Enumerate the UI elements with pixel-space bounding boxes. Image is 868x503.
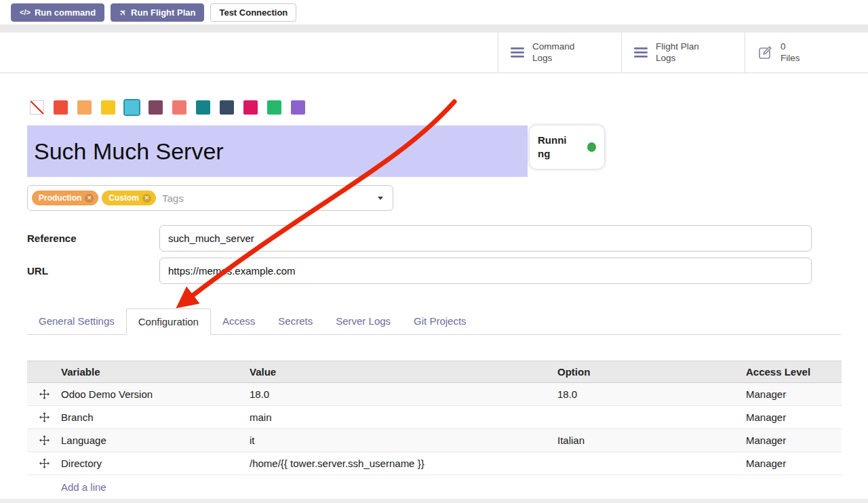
cell-value[interactable]: it bbox=[250, 435, 557, 446]
files-button[interactable]: 0 Files bbox=[745, 33, 868, 73]
run-flight-plan-button-label: Run Flight Plan bbox=[131, 7, 195, 18]
tag-pills: Production✕Custom✕ bbox=[32, 190, 159, 205]
drag-handle-icon[interactable] bbox=[39, 389, 50, 399]
reference-field-row: Reference bbox=[27, 225, 868, 252]
cell-access-level[interactable]: Manager bbox=[746, 388, 842, 400]
column-header-value[interactable]: Value bbox=[250, 366, 557, 378]
test-connection-button[interactable]: Test Connection bbox=[210, 3, 296, 22]
config-table: VariableValueOptionAccess Level Odoo Dem… bbox=[27, 361, 842, 498]
reference-label: Reference bbox=[27, 233, 159, 244]
tab-configuration[interactable]: Configuration bbox=[126, 308, 211, 335]
status-badge[interactable]: Running bbox=[530, 125, 604, 169]
bottom-strip bbox=[0, 499, 868, 503]
color-swatch-cyan[interactable] bbox=[125, 100, 139, 115]
edit-icon bbox=[757, 45, 772, 60]
tag-label: Custom bbox=[108, 193, 139, 203]
divider-strip bbox=[0, 24, 868, 33]
cell-variable[interactable]: Odoo Demo Version bbox=[61, 388, 250, 400]
color-swatch-orange[interactable] bbox=[77, 100, 92, 115]
color-swatch-magenta[interactable] bbox=[243, 100, 258, 115]
color-swatch-purple[interactable] bbox=[291, 100, 305, 115]
color-swatch-green[interactable] bbox=[267, 100, 281, 115]
page: </>Run command✈Run Flight PlanTest Conne… bbox=[0, 0, 868, 503]
cell-value[interactable]: main bbox=[250, 411, 557, 423]
tag-pill-production: Production✕ bbox=[32, 190, 98, 205]
remove-tag-icon[interactable]: ✕ bbox=[142, 194, 151, 203]
cell-value[interactable]: 18.0 bbox=[250, 388, 557, 400]
add-line-row: Add a line bbox=[27, 475, 842, 498]
drag-handle-icon[interactable] bbox=[39, 458, 50, 468]
cell-access-level[interactable]: Manager bbox=[746, 435, 842, 446]
code-icon: </> bbox=[20, 8, 31, 16]
tab-server-logs[interactable]: Server Logs bbox=[324, 308, 402, 334]
header-band: Command LogsFlight Plan Logs0 Files bbox=[0, 33, 868, 73]
color-picker bbox=[30, 100, 868, 115]
remove-tag-icon[interactable]: ✕ bbox=[85, 194, 94, 203]
tab-git-projects[interactable]: Git Projects bbox=[402, 308, 478, 334]
flight-plan-logs-button-label: Flight Plan Logs bbox=[656, 41, 699, 64]
column-header-variable[interactable]: Variable bbox=[61, 366, 250, 378]
cell-variable[interactable]: Branch bbox=[61, 411, 250, 423]
cell-value[interactable]: /home/{{ tower.server.ssh_username }} bbox=[250, 458, 557, 469]
stat-buttons: Command LogsFlight Plan Logs0 Files bbox=[498, 33, 868, 73]
tags-input[interactable]: Production✕Custom✕ Tags bbox=[27, 185, 393, 211]
server-name-input[interactable]: Such Much Server bbox=[27, 125, 528, 177]
cell-variable[interactable]: Language bbox=[61, 435, 250, 446]
color-swatch-navy[interactable] bbox=[220, 100, 234, 115]
color-swatch-yellow[interactable] bbox=[101, 100, 115, 115]
table-row: LanguageitItalianManager bbox=[27, 429, 842, 452]
status-dot-icon bbox=[587, 142, 596, 152]
cell-option[interactable]: 18.0 bbox=[557, 388, 746, 400]
add-a-line-link[interactable]: Add a line bbox=[61, 481, 106, 493]
table-row: Directory/home/{{ tower.server.ssh_usern… bbox=[27, 452, 842, 475]
files-button-label: 0 Files bbox=[781, 41, 800, 64]
url-label: URL bbox=[27, 265, 159, 277]
cell-access-level[interactable]: Manager bbox=[746, 411, 842, 423]
column-header-option[interactable]: Option bbox=[557, 366, 746, 378]
paper-plane-icon: ✈ bbox=[119, 7, 127, 18]
column-header-access-level[interactable]: Access Level bbox=[746, 366, 842, 378]
menu-icon bbox=[511, 47, 524, 58]
color-swatch-plum[interactable] bbox=[149, 100, 163, 115]
cell-option[interactable]: Italian bbox=[557, 435, 746, 446]
status-label: Running bbox=[538, 134, 570, 161]
top-toolbar: </>Run command✈Run Flight PlanTest Conne… bbox=[0, 0, 868, 24]
tag-label: Production bbox=[39, 193, 81, 203]
menu-icon bbox=[634, 47, 648, 58]
drag-handle-icon[interactable] bbox=[39, 435, 50, 445]
test-connection-button-label: Test Connection bbox=[219, 7, 288, 18]
run-flight-plan-button[interactable]: ✈Run Flight Plan bbox=[111, 3, 204, 22]
command-logs-button-label: Command Logs bbox=[532, 41, 574, 64]
tab-secrets[interactable]: Secrets bbox=[267, 308, 324, 334]
chevron-down-icon[interactable] bbox=[378, 197, 383, 200]
table-row: Odoo Demo Version18.018.0Manager bbox=[27, 383, 842, 406]
tab-bar: General SettingsConfigurationAccessSecre… bbox=[27, 308, 842, 335]
form-sheet: Such Much Server Running Production✕Cust… bbox=[0, 73, 868, 503]
table-row: BranchmainManager bbox=[27, 406, 842, 429]
color-swatch-none[interactable] bbox=[30, 100, 44, 115]
table-body: Odoo Demo Version18.018.0ManagerBranchma… bbox=[27, 383, 842, 475]
cell-variable[interactable]: Directory bbox=[61, 458, 250, 469]
title-row: Such Much Server Running bbox=[27, 125, 868, 177]
command-logs-button[interactable]: Command Logs bbox=[498, 33, 621, 73]
drag-handle-icon[interactable] bbox=[39, 412, 50, 422]
color-swatch-teal[interactable] bbox=[196, 100, 210, 115]
flight-plan-logs-button[interactable]: Flight Plan Logs bbox=[621, 33, 745, 73]
run-command-button[interactable]: </>Run command bbox=[11, 3, 104, 22]
run-command-button-label: Run command bbox=[35, 7, 96, 18]
table-header: VariableValueOptionAccess Level bbox=[27, 361, 842, 383]
url-field-row: URL bbox=[27, 258, 868, 284]
color-swatch-red[interactable] bbox=[54, 100, 68, 115]
tag-pill-custom: Custom✕ bbox=[102, 190, 156, 205]
tags-placeholder: Tags bbox=[162, 193, 184, 204]
cell-access-level[interactable]: Manager bbox=[746, 458, 842, 469]
color-swatch-salmon[interactable] bbox=[172, 100, 186, 115]
tab-general-settings[interactable]: General Settings bbox=[27, 308, 126, 334]
url-input[interactable] bbox=[159, 258, 812, 284]
reference-input[interactable] bbox=[159, 225, 812, 252]
tab-access[interactable]: Access bbox=[211, 308, 267, 334]
